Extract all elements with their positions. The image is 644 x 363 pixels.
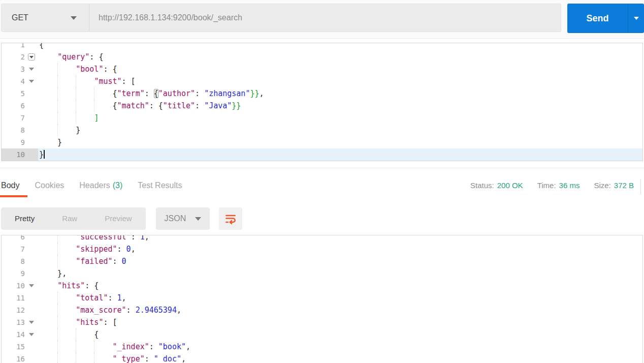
code-text: "hits": [ (38, 316, 642, 328)
code-text: {"term": {"author": "zhangsan"}}, (38, 87, 642, 100)
meta-divider (640, 179, 641, 194)
line-number: 5 (2, 87, 25, 100)
fold-toggle-icon[interactable] (29, 56, 34, 58)
code-text: "max_score": 2.9465394, (38, 304, 642, 316)
line-gutter: 3 (2, 63, 38, 75)
code-line: 12 "max_score": 2.9465394, (2, 304, 642, 316)
line-number: 11 (2, 292, 25, 304)
indent-guide (76, 328, 76, 341)
code-line: 11 "total": 1, (2, 292, 642, 304)
url-input[interactable]: http://192.168.1.134:9200/book/_search (89, 4, 561, 32)
indent-guide (57, 63, 58, 75)
indent-guide (76, 112, 76, 124)
status-badge: Status: 200 OK (470, 181, 523, 190)
code-line: 7 "skipped": 0, (2, 243, 642, 255)
indent-guide (57, 328, 58, 341)
chevron-down-icon (71, 16, 77, 20)
code-text: "hits": { (38, 280, 642, 292)
url-group: GET http://192.168.1.134:9200/book/_sear… (1, 4, 561, 32)
fold-toggle-icon[interactable] (29, 80, 34, 83)
code-text: {"match": {"title": "Java"}} (38, 100, 642, 112)
method-select[interactable]: GET (2, 4, 89, 32)
fold-toggle-icon[interactable] (29, 284, 34, 287)
code-line: 14 { (2, 328, 642, 341)
fold-toggle-icon[interactable] (28, 53, 35, 60)
view-mode-pretty[interactable]: Pretty (1, 207, 48, 230)
indent-guide (76, 353, 76, 363)
send-options-button[interactable] (628, 4, 644, 33)
line-number: 2 (2, 51, 25, 63)
response-editor-content: 6 "successful": 1,7 "skipped": 0,8 "fail… (2, 235, 642, 363)
code-text: "successful": 1, (38, 235, 642, 243)
line-number: 9 (2, 267, 25, 280)
indent-guide (57, 316, 58, 328)
fold-toggle-icon[interactable] (29, 321, 34, 324)
tab-cookies[interactable]: Cookies (35, 175, 64, 198)
line-number: 8 (2, 255, 25, 267)
send-button[interactable]: Send (567, 4, 628, 33)
line-number: 12 (2, 304, 25, 316)
indent-guide (94, 353, 94, 363)
indent-guide (57, 124, 58, 136)
indent-guide (57, 353, 58, 363)
line-number: 1 (2, 43, 25, 51)
code-line: 3 "bool": { (2, 63, 642, 75)
line-gutter: 10 (2, 280, 38, 292)
indent-guide (94, 100, 94, 112)
request-editor-content: 1{2 "query": {3 "bool": {4 "must": [5 {"… (2, 43, 642, 161)
line-number: 10 (2, 148, 25, 161)
line-gutter: 12 (2, 304, 38, 316)
line-gutter: 14 (2, 328, 38, 341)
code-line: 6 {"match": {"title": "Java"}} (2, 100, 642, 112)
indent-guide (57, 75, 58, 87)
code-line: 8 "failed": 0 (2, 255, 642, 267)
wrap-lines-button[interactable] (219, 207, 242, 230)
view-mode-preview[interactable]: Preview (91, 207, 145, 230)
line-gutter: 7 (2, 243, 38, 255)
code-text: "_type": "_doc", (38, 353, 642, 363)
line-gutter: 4 (2, 75, 38, 87)
indent-guide (76, 75, 76, 87)
line-number: 8 (2, 124, 25, 136)
line-number: 4 (2, 75, 25, 87)
line-number: 6 (2, 235, 25, 243)
code-text: "must": [ (38, 75, 642, 87)
indent-guide (76, 100, 76, 112)
line-number: 16 (2, 353, 25, 363)
code-text: "skipped": 0, (38, 243, 642, 255)
code-line: 5 {"term": {"author": "zhangsan"}}, (2, 87, 642, 100)
indent-guide (57, 112, 58, 124)
code-text: ] (38, 112, 642, 124)
language-select[interactable]: JSON (156, 207, 210, 230)
line-gutter: 5 (2, 87, 38, 100)
code-text: "query": { (38, 51, 642, 63)
code-text: }, (38, 267, 642, 280)
tab-headers[interactable]: Headers(3) (79, 175, 122, 198)
code-text: "bool": { (38, 63, 642, 75)
indent-guide (57, 235, 58, 243)
fold-toggle-icon[interactable] (29, 68, 34, 71)
time-badge: Time: 36 ms (537, 181, 580, 190)
tab-body[interactable]: Body (1, 175, 19, 198)
line-gutter: 9 (2, 136, 38, 148)
code-line: 10 "hits": { (2, 280, 642, 292)
indent-guide (57, 255, 58, 267)
line-gutter: 8 (2, 255, 38, 267)
line-number: 6 (2, 100, 25, 112)
indent-guide (94, 87, 94, 100)
request-body-editor[interactable]: 1{2 "query": {3 "bool": {4 "must": [5 {"… (1, 43, 643, 161)
section-divider (0, 168, 644, 168)
response-view-toolbar: Pretty Raw Preview JSON (1, 207, 242, 230)
code-text: "failed": 0 (38, 255, 642, 267)
line-number: 15 (2, 341, 25, 353)
line-gutter: 6 (2, 235, 38, 243)
line-gutter: 10 (2, 148, 38, 161)
tab-test-results[interactable]: Test Results (138, 175, 182, 198)
fold-toggle-icon[interactable] (29, 333, 34, 336)
response-body-editor[interactable]: 6 "successful": 1,7 "skipped": 0,8 "fail… (1, 235, 643, 363)
line-gutter: 1 (2, 43, 38, 51)
line-number: 7 (2, 243, 25, 255)
view-mode-raw[interactable]: Raw (48, 207, 91, 230)
view-mode-switcher: Pretty Raw Preview (1, 207, 146, 230)
url-text: http://192.168.1.134:9200/book/_search (99, 13, 242, 22)
